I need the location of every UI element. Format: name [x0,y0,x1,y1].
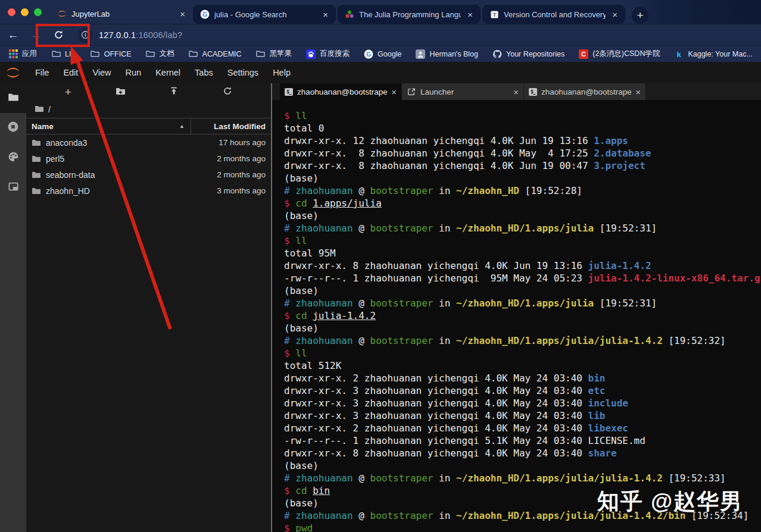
dock-tab-title: zhaohuanan@bootstraper [297,87,387,96]
bookmark-9[interactable]: Herman's Blog [416,49,478,59]
sidebar-tab-open-tabs[interactable] [0,173,26,202]
bookmark-label: Google [378,50,401,58]
bookmark-label: Herman's Blog [429,50,478,58]
bookmark-label: Kaggle: Your Mac... [688,50,752,58]
file-name: seaborn-data [46,170,212,180]
screen: JupyterLab×Gjulia - Google Search×The Ju… [0,0,761,532]
menu-settings[interactable]: Settings [220,62,266,83]
column-last-modified[interactable]: Last Modified [191,118,271,134]
browser-tab-1[interactable]: JupyterLab× [50,4,193,24]
dock-tab-2[interactable]: Launcher× [402,83,524,100]
apps-icon [8,49,18,59]
menu-edit[interactable]: Edit [56,62,85,83]
dock-tab-3[interactable]: $_zhaohuanan@bootstraper× [524,83,646,100]
site-info-icon[interactable] [77,27,93,43]
sidebar-tab-commands[interactable] [0,143,26,173]
terminal-line: drwxr-xr-x. 8 zhaohuanan yichengqi 4.0K … [284,259,761,272]
window-close-button[interactable] [8,8,15,16]
folder-icon [256,49,266,59]
bookmark-1[interactable]: 应用 [8,49,37,59]
terminal-line: total 95M [284,247,761,259]
menu-file[interactable]: File [28,62,56,83]
bookmark-8[interactable]: GGoogle [364,49,401,59]
tab-close-icon[interactable]: × [635,87,641,97]
file-row-zhaohn_HD[interactable]: zhaohn_HD3 months ago [26,183,271,199]
browser-titlebar: JupyterLab×Gjulia - Google Search×The Ju… [0,0,761,24]
file-row-seaborn-data[interactable]: seaborn-data2 months ago [26,167,271,183]
forward-icon[interactable]: → [26,26,45,44]
terminal-line: $ ll [284,234,761,247]
dock-panel: $_zhaohuanan@bootstraper×Launcher×$_zhao… [272,83,761,532]
terminal-line: (base) [284,322,761,334]
dock-tabbar: $_zhaohuanan@bootstraper×Launcher×$_zhao… [272,83,761,100]
svg-text:G: G [202,11,207,18]
back-icon[interactable]: ← [4,26,23,44]
browser-tab-3[interactable]: The Julia Programming Langua× [338,5,481,24]
bookmark-label: 百度搜索 [320,49,350,59]
terminal-line: # zhaohuanan @ bootstraper in ~/zhaohn_H… [284,334,761,347]
browser-tab-2[interactable]: Gjulia - Google Search× [193,5,336,24]
file-name: anaconda3 [46,138,214,148]
terminal-line: drwxr-xr-x. 3 zhaohuanan yichengqi 4.0K … [284,409,761,422]
bookmark-7[interactable]: 百度搜索 [306,49,350,59]
file-modified: 2 months ago [217,170,266,179]
terminal-line: drwxr-xr-x. 3 zhaohuanan yichengqi 4.0K … [284,397,761,409]
folder-icon [32,186,41,196]
terminal-line: drwxr-xr-x. 8 zhaohuanan yichengqi 4.0K … [284,147,761,159]
bookmarks-bar: 应用LIBOFFICE文档ACADEMIC黑苹果百度搜索GGoogleHerma… [0,45,761,62]
file-list: anaconda317 hours agoperl52 months agose… [26,134,271,199]
file-row-anaconda3[interactable]: anaconda317 hours ago [26,134,271,151]
terminal-line: -rw-r--r--. 1 zhaohuanan yichengqi 95M M… [284,272,761,284]
terminal-icon: $_ [285,88,293,96]
new-launcher-button[interactable]: + [65,86,71,99]
refresh-button[interactable] [223,86,232,98]
tab-close-icon[interactable]: × [513,87,519,97]
tab-close-icon[interactable]: × [178,9,187,19]
menu-run[interactable]: Run [118,62,149,83]
browser-tabstrip: JupyterLab×Gjulia - Google Search×The Ju… [50,0,761,24]
menu-help[interactable]: Help [266,62,298,83]
bookmark-label: (2条消息)CSDN学院 [592,49,660,59]
new-tab-button[interactable]: + [632,7,648,24]
bookmark-3[interactable]: OFFICE [91,49,132,59]
bookmark-5[interactable]: ACADEMIC [189,49,242,59]
menu-tabs[interactable]: Tabs [188,62,220,83]
tab-close-icon[interactable]: × [391,87,397,97]
url-bar[interactable]: 127.0.0.1:16006/lab? [99,30,182,40]
new-folder-button[interactable] [116,86,126,99]
terminal-icon: $_ [529,88,537,96]
window-zoom-button[interactable] [34,8,42,16]
terminal-output[interactable]: $ lltotal 0drwxr-xr-x. 12 zhaohuanan yic… [272,100,761,532]
breadcrumb-path: / [48,105,51,114]
menu-kernel[interactable]: Kernel [148,62,188,83]
terminal-line: -rw-r--r--. 1 zhaohuanan yichengqi 5.1K … [284,434,761,447]
file-modified: 2 months ago [217,154,266,163]
terminal-line: # zhaohuanan @ bootstraper in ~/zhaohn_H… [284,472,761,484]
reload-icon[interactable] [49,26,68,44]
browser-tab-4[interactable]: TVersion Control and Recovery× [482,5,625,24]
menu-view[interactable]: View [85,62,118,83]
tab-close-icon[interactable]: × [610,10,619,20]
bookmark-12[interactable]: kKaggle: Your Mac... [674,49,752,59]
url-path: :16006/lab? [136,30,182,40]
column-name[interactable]: Name ▲ [26,122,191,131]
bookmark-11[interactable]: C(2条消息)CSDN学院 [579,49,660,59]
dock-tab-1[interactable]: $_zhaohuanan@bootstraper× [280,83,402,100]
tab-title: The Julia Programming Langua [359,10,461,19]
breadcrumb[interactable]: / [26,101,271,118]
sidebar-tab-running[interactable] [0,113,26,143]
bookmark-10[interactable]: Your Repositories [492,49,564,59]
tab-close-icon[interactable]: × [466,10,475,20]
url-host: 127.0.0.1 [99,30,136,40]
sidebar-tab-filebrowser[interactable] [0,83,26,113]
bookmark-2[interactable]: LIB [51,49,76,59]
upload-button[interactable] [169,86,179,98]
running-sessions-icon [7,121,19,135]
terminal-line: (base) [284,284,761,297]
folder-icon [32,154,41,164]
bookmark-6[interactable]: 黑苹果 [256,49,292,59]
bookmark-4[interactable]: 文档 [146,49,174,59]
window-minimize-button[interactable] [21,8,29,16]
file-row-perl5[interactable]: perl52 months ago [26,151,271,167]
tab-close-icon[interactable]: × [321,10,330,20]
